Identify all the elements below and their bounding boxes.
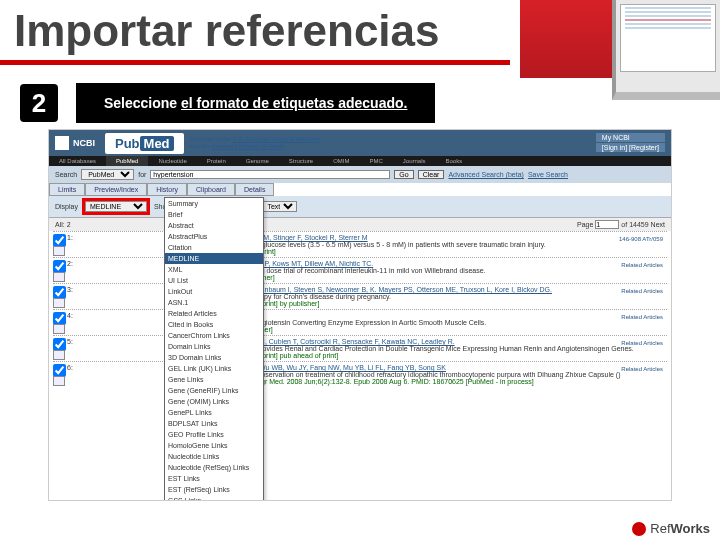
search-input[interactable] [150,170,390,179]
my-ncbi-links[interactable]: My NCBI[Sign in] [Register] [596,133,671,153]
step-number: 2 [20,84,58,122]
display-controls: Display MEDLINE Show 20 Sort By Text Sum… [49,196,671,218]
slide-title: Importar referencias [0,0,510,65]
refworks-logo: RefWorks [632,521,710,536]
advanced-search-link[interactable]: Advanced Search (beta) [448,171,524,178]
sub-tabs[interactable]: LimitsPreview/IndexHistoryClipboardDetai… [49,183,671,196]
pubmed-logo: PubMed [105,133,184,154]
service-text: A service of the U.S. National Library o… [190,136,320,150]
save-search-link[interactable]: Save Search [528,171,568,178]
results-header: All: 2 Page of 14459Next [49,218,671,231]
go-button[interactable]: Go [394,170,413,179]
page-input[interactable] [595,220,619,229]
next-link[interactable]: Next [651,221,665,228]
step-label: Seleccione el formato de etiquetas adecu… [76,83,435,123]
sendto-select[interactable]: Text [262,201,297,212]
format-dropdown[interactable]: SummaryBriefAbstractAbstractPlusCitation… [164,197,264,501]
search-row: Search PubMed for Go Clear Advanced Sear… [49,166,671,183]
pubmed-screenshot: NCBI PubMed A service of the U.S. Nation… [48,129,672,501]
results-list: 1:146-908 ATr/059d, J, Axel M, Stinger F… [49,231,671,387]
database-tabs[interactable]: All DatabasesPubMedNucleotideProteinGeno… [49,156,671,166]
ncbi-logo: NCBI [49,132,101,154]
laptop-graphic [612,0,720,100]
format-select[interactable]: MEDLINE [85,201,147,212]
db-select[interactable]: PubMed [81,169,134,180]
clear-button[interactable]: Clear [418,170,445,179]
refworks-icon [632,522,646,536]
